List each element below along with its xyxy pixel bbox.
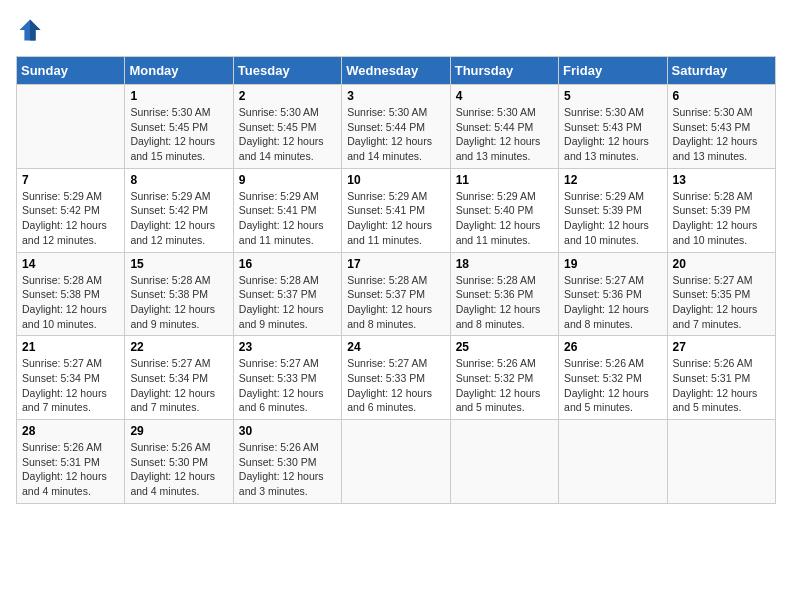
calendar-cell — [667, 420, 775, 504]
calendar-table: SundayMondayTuesdayWednesdayThursdayFrid… — [16, 56, 776, 504]
calendar-cell: 6Sunrise: 5:30 AM Sunset: 5:43 PM Daylig… — [667, 85, 775, 169]
calendar-cell: 9Sunrise: 5:29 AM Sunset: 5:41 PM Daylig… — [233, 168, 341, 252]
header-cell-sunday: Sunday — [17, 57, 125, 85]
day-number: 25 — [456, 340, 553, 354]
calendar-cell: 25Sunrise: 5:26 AM Sunset: 5:32 PM Dayli… — [450, 336, 558, 420]
day-number: 1 — [130, 89, 227, 103]
calendar-cell: 1Sunrise: 5:30 AM Sunset: 5:45 PM Daylig… — [125, 85, 233, 169]
logo-icon — [16, 16, 44, 44]
day-number: 27 — [673, 340, 770, 354]
day-number: 3 — [347, 89, 444, 103]
day-number: 18 — [456, 257, 553, 271]
day-number: 6 — [673, 89, 770, 103]
page-header — [16, 16, 776, 44]
header-cell-saturday: Saturday — [667, 57, 775, 85]
day-info: Sunrise: 5:29 AM Sunset: 5:40 PM Dayligh… — [456, 189, 553, 248]
day-info: Sunrise: 5:29 AM Sunset: 5:41 PM Dayligh… — [347, 189, 444, 248]
day-number: 23 — [239, 340, 336, 354]
calendar-cell: 7Sunrise: 5:29 AM Sunset: 5:42 PM Daylig… — [17, 168, 125, 252]
day-number: 22 — [130, 340, 227, 354]
calendar-cell — [559, 420, 667, 504]
calendar-cell: 12Sunrise: 5:29 AM Sunset: 5:39 PM Dayli… — [559, 168, 667, 252]
day-info: Sunrise: 5:29 AM Sunset: 5:42 PM Dayligh… — [22, 189, 119, 248]
day-number: 26 — [564, 340, 661, 354]
header-cell-tuesday: Tuesday — [233, 57, 341, 85]
day-info: Sunrise: 5:27 AM Sunset: 5:34 PM Dayligh… — [22, 356, 119, 415]
day-info: Sunrise: 5:30 AM Sunset: 5:43 PM Dayligh… — [564, 105, 661, 164]
day-info: Sunrise: 5:30 AM Sunset: 5:43 PM Dayligh… — [673, 105, 770, 164]
day-number: 30 — [239, 424, 336, 438]
calendar-cell: 3Sunrise: 5:30 AM Sunset: 5:44 PM Daylig… — [342, 85, 450, 169]
logo — [16, 16, 48, 44]
day-info: Sunrise: 5:28 AM Sunset: 5:38 PM Dayligh… — [130, 273, 227, 332]
calendar-cell: 29Sunrise: 5:26 AM Sunset: 5:30 PM Dayli… — [125, 420, 233, 504]
day-number: 28 — [22, 424, 119, 438]
day-number: 24 — [347, 340, 444, 354]
calendar-cell: 15Sunrise: 5:28 AM Sunset: 5:38 PM Dayli… — [125, 252, 233, 336]
calendar-cell: 23Sunrise: 5:27 AM Sunset: 5:33 PM Dayli… — [233, 336, 341, 420]
day-info: Sunrise: 5:28 AM Sunset: 5:36 PM Dayligh… — [456, 273, 553, 332]
calendar-cell: 18Sunrise: 5:28 AM Sunset: 5:36 PM Dayli… — [450, 252, 558, 336]
week-row-4: 21Sunrise: 5:27 AM Sunset: 5:34 PM Dayli… — [17, 336, 776, 420]
header-cell-wednesday: Wednesday — [342, 57, 450, 85]
calendar-cell: 22Sunrise: 5:27 AM Sunset: 5:34 PM Dayli… — [125, 336, 233, 420]
day-number: 20 — [673, 257, 770, 271]
day-number: 10 — [347, 173, 444, 187]
calendar-cell: 21Sunrise: 5:27 AM Sunset: 5:34 PM Dayli… — [17, 336, 125, 420]
calendar-cell: 4Sunrise: 5:30 AM Sunset: 5:44 PM Daylig… — [450, 85, 558, 169]
calendar-cell — [450, 420, 558, 504]
calendar-cell: 24Sunrise: 5:27 AM Sunset: 5:33 PM Dayli… — [342, 336, 450, 420]
calendar-header: SundayMondayTuesdayWednesdayThursdayFrid… — [17, 57, 776, 85]
day-info: Sunrise: 5:26 AM Sunset: 5:32 PM Dayligh… — [456, 356, 553, 415]
day-number: 2 — [239, 89, 336, 103]
header-cell-monday: Monday — [125, 57, 233, 85]
calendar-cell: 2Sunrise: 5:30 AM Sunset: 5:45 PM Daylig… — [233, 85, 341, 169]
calendar-cell: 8Sunrise: 5:29 AM Sunset: 5:42 PM Daylig… — [125, 168, 233, 252]
calendar-cell: 30Sunrise: 5:26 AM Sunset: 5:30 PM Dayli… — [233, 420, 341, 504]
day-info: Sunrise: 5:27 AM Sunset: 5:35 PM Dayligh… — [673, 273, 770, 332]
calendar-cell: 19Sunrise: 5:27 AM Sunset: 5:36 PM Dayli… — [559, 252, 667, 336]
week-row-5: 28Sunrise: 5:26 AM Sunset: 5:31 PM Dayli… — [17, 420, 776, 504]
day-info: Sunrise: 5:30 AM Sunset: 5:44 PM Dayligh… — [347, 105, 444, 164]
day-info: Sunrise: 5:30 AM Sunset: 5:44 PM Dayligh… — [456, 105, 553, 164]
calendar-cell — [17, 85, 125, 169]
calendar-cell: 26Sunrise: 5:26 AM Sunset: 5:32 PM Dayli… — [559, 336, 667, 420]
day-number: 16 — [239, 257, 336, 271]
week-row-3: 14Sunrise: 5:28 AM Sunset: 5:38 PM Dayli… — [17, 252, 776, 336]
week-row-2: 7Sunrise: 5:29 AM Sunset: 5:42 PM Daylig… — [17, 168, 776, 252]
day-number: 8 — [130, 173, 227, 187]
day-info: Sunrise: 5:26 AM Sunset: 5:31 PM Dayligh… — [22, 440, 119, 499]
week-row-1: 1Sunrise: 5:30 AM Sunset: 5:45 PM Daylig… — [17, 85, 776, 169]
day-number: 13 — [673, 173, 770, 187]
calendar-cell: 28Sunrise: 5:26 AM Sunset: 5:31 PM Dayli… — [17, 420, 125, 504]
day-number: 17 — [347, 257, 444, 271]
day-info: Sunrise: 5:28 AM Sunset: 5:38 PM Dayligh… — [22, 273, 119, 332]
day-info: Sunrise: 5:29 AM Sunset: 5:41 PM Dayligh… — [239, 189, 336, 248]
day-info: Sunrise: 5:28 AM Sunset: 5:39 PM Dayligh… — [673, 189, 770, 248]
day-info: Sunrise: 5:30 AM Sunset: 5:45 PM Dayligh… — [130, 105, 227, 164]
day-info: Sunrise: 5:26 AM Sunset: 5:32 PM Dayligh… — [564, 356, 661, 415]
day-info: Sunrise: 5:27 AM Sunset: 5:33 PM Dayligh… — [239, 356, 336, 415]
day-number: 21 — [22, 340, 119, 354]
day-info: Sunrise: 5:28 AM Sunset: 5:37 PM Dayligh… — [239, 273, 336, 332]
day-number: 4 — [456, 89, 553, 103]
calendar-body: 1Sunrise: 5:30 AM Sunset: 5:45 PM Daylig… — [17, 85, 776, 504]
day-info: Sunrise: 5:27 AM Sunset: 5:34 PM Dayligh… — [130, 356, 227, 415]
calendar-cell: 17Sunrise: 5:28 AM Sunset: 5:37 PM Dayli… — [342, 252, 450, 336]
day-info: Sunrise: 5:30 AM Sunset: 5:45 PM Dayligh… — [239, 105, 336, 164]
calendar-cell: 11Sunrise: 5:29 AM Sunset: 5:40 PM Dayli… — [450, 168, 558, 252]
day-number: 14 — [22, 257, 119, 271]
day-info: Sunrise: 5:26 AM Sunset: 5:31 PM Dayligh… — [673, 356, 770, 415]
calendar-cell: 20Sunrise: 5:27 AM Sunset: 5:35 PM Dayli… — [667, 252, 775, 336]
day-number: 11 — [456, 173, 553, 187]
calendar-cell: 13Sunrise: 5:28 AM Sunset: 5:39 PM Dayli… — [667, 168, 775, 252]
header-cell-friday: Friday — [559, 57, 667, 85]
calendar-cell: 16Sunrise: 5:28 AM Sunset: 5:37 PM Dayli… — [233, 252, 341, 336]
day-info: Sunrise: 5:27 AM Sunset: 5:33 PM Dayligh… — [347, 356, 444, 415]
day-number: 9 — [239, 173, 336, 187]
svg-marker-1 — [30, 20, 41, 41]
day-number: 7 — [22, 173, 119, 187]
day-number: 12 — [564, 173, 661, 187]
day-info: Sunrise: 5:26 AM Sunset: 5:30 PM Dayligh… — [130, 440, 227, 499]
calendar-cell: 27Sunrise: 5:26 AM Sunset: 5:31 PM Dayli… — [667, 336, 775, 420]
